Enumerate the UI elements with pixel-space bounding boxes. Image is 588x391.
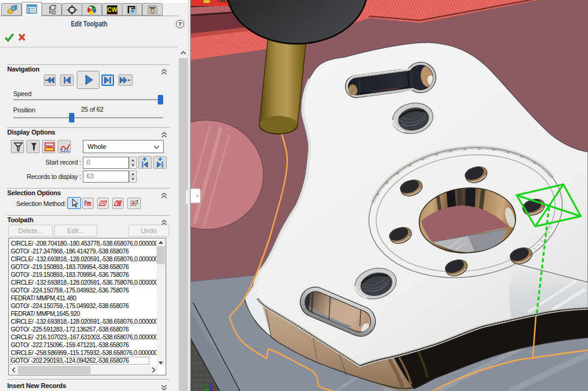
svg-text:Tab cutting Example (detail: Tab cutting Example (detail (215, 0, 304, 4)
svg-text:CW: CW (107, 7, 118, 13)
svg-text:Y: Y (202, 384, 206, 390)
